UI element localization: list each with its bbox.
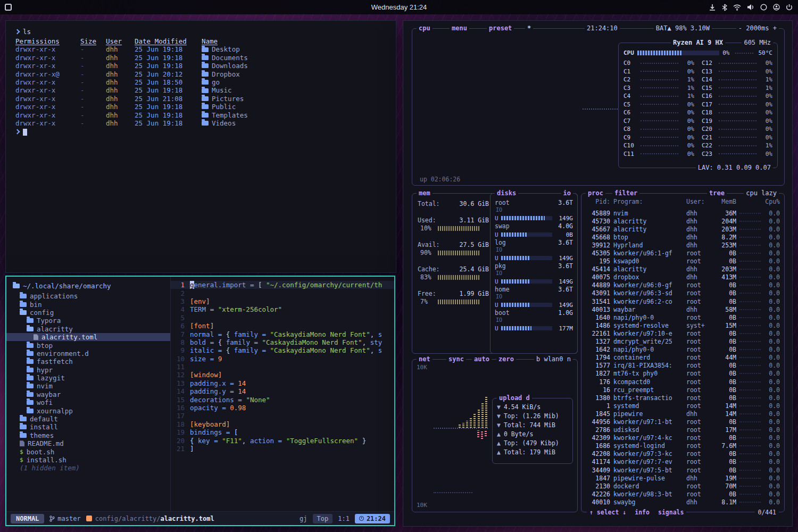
net-sync-toggle[interactable]: sync — [446, 355, 466, 363]
net-auto-toggle[interactable]: auto — [472, 355, 492, 363]
code-line[interactable]: 8bold = { family = "CaskaydiaMono Nerd F… — [171, 338, 394, 346]
code-line[interactable]: 7normal = { family = "CaskaydiaMono Nerd… — [171, 330, 394, 338]
code-line[interactable]: 4TERM = "xterm-256color" — [171, 305, 394, 313]
volume-icon[interactable] — [747, 4, 754, 11]
wifi-icon[interactable] — [733, 4, 741, 11]
tree-item-environment-d[interactable]: environment.d — [6, 350, 170, 358]
proc-box-title[interactable]: proc — [586, 189, 605, 197]
process-row[interactable]: 42309kworker/u97:4-kcroot0B0.0 — [586, 434, 780, 442]
process-row[interactable]: 45305kworker/u96:1-gfroot0B0.0 — [586, 249, 780, 257]
process-row[interactable]: 195kswapd0root0B0.0 — [586, 257, 780, 265]
process-row[interactable]: 1845pipewiredhh14M0.0 — [586, 410, 780, 418]
tree-item-wofi[interactable]: wofi — [6, 398, 170, 406]
code-line[interactable]: 9italic = { family = "CaskaydiaMono Nerd… — [171, 346, 394, 354]
tree-item-bin[interactable]: bin — [6, 300, 170, 308]
file-row[interactable]: drwxr-xr-x-dhh25 Jun 18:50go — [15, 78, 386, 86]
tree-item-config[interactable]: config — [6, 309, 170, 317]
process-row[interactable]: 176kcompactd0root0B0.0 — [586, 378, 780, 386]
omarchy-menu-icon[interactable] — [5, 4, 12, 11]
code-line[interactable]: 15decorations = "None" — [171, 395, 394, 403]
process-row[interactable]: 1380btrfs-transactioroot0B0.0 — [586, 394, 780, 402]
system-monitor-window[interactable]: cpu menu preset * 21:24:10 BAT▲ 98% 3.10… — [403, 20, 793, 527]
process-row[interactable]: 1794containerdroot44M0.0 — [586, 354, 780, 362]
file-row[interactable]: drwxr-xr-x-dhh25 Jun 19:18Desktop — [15, 45, 386, 53]
proc-select-control[interactable]: ↑ select ↓ — [589, 509, 626, 516]
tree-item-themes[interactable]: themes — [6, 431, 170, 439]
file-row[interactable]: drwxr-xr-x-dhh25 Jun 19:18Documents — [15, 54, 386, 62]
menu-button[interactable]: menu — [450, 24, 469, 32]
git-branch[interactable]: master — [49, 515, 80, 522]
tree-item-xournalpp[interactable]: xournalpp — [6, 406, 170, 414]
file-row[interactable]: drwxr-xr-x@-dhh25 Jun 20:12Dropbox — [15, 70, 386, 78]
process-row[interactable]: 40075dropboxdhh413M0.0 — [586, 273, 780, 281]
tree-item-readme-md[interactable]: README.md — [6, 439, 170, 447]
code-line[interactable]: 5 — [171, 314, 394, 322]
file-row[interactable]: drwxr-xr-x-dhh25 Jun 19:18Templates — [15, 111, 386, 119]
process-row[interactable]: 2786udisksdroot17M0.0 — [586, 426, 780, 434]
file-row[interactable]: drwxr-xr-x-dhh25 Jun 19:18Public — [15, 103, 386, 111]
code-line[interactable]: 19bindings = [ — [171, 428, 394, 436]
process-row[interactable]: 43091kworker/u96:3-sdroot0B0.0 — [586, 289, 780, 297]
terminal-window-ls[interactable]: ls Permissions Size User Date Modified N… — [5, 20, 396, 273]
code-line[interactable]: 13padding.x = 14 — [171, 379, 394, 387]
battery-icon[interactable] — [760, 4, 767, 11]
code-line[interactable]: 18[keyboard] — [171, 420, 394, 428]
process-row[interactable]: 42208kworker/u97:3-kcroot0B0.0 — [586, 450, 780, 458]
process-row[interactable]: 44889kworker/u96:0-gfroot0B0.0 — [586, 281, 780, 289]
user-icon[interactable] — [773, 4, 780, 11]
tree-item-alacritty[interactable]: alacritty — [6, 325, 170, 333]
process-row[interactable]: 1327dmcrypt_write/25root0B0.0 — [586, 338, 780, 346]
code-editor[interactable]: 1general.import = [ "~/.config/omarchy/c… — [170, 277, 394, 511]
process-row[interactable]: 1827mt76-tx phy0root0B0.0 — [586, 370, 780, 378]
update-interval-control[interactable]: - 2000ms + — [736, 24, 779, 32]
code-line[interactable]: 16opacity = 0.98 — [171, 404, 394, 412]
tree-item-nvim[interactable]: nvim — [6, 382, 170, 390]
code-line[interactable]: 11 — [171, 363, 394, 371]
process-row[interactable]: 41174kworker/u97:7-evroot0B0.0 — [586, 458, 780, 466]
process-row[interactable]: 1486systemd-resolvesyst+15M0.0 — [586, 321, 780, 329]
process-row[interactable]: 31541kworker/u96:2-coroot0B0.0 — [586, 297, 780, 305]
tree-item-typora[interactable]: Typora — [6, 317, 170, 325]
editor-window[interactable]: ~/.local/share/omarchy applicationsbinco… — [5, 276, 395, 526]
process-row[interactable]: 44956kworker/u97:1-btroot0B0.0 — [586, 418, 780, 426]
file-row[interactable]: drwxr-xr-x-dhh25 Jun 19:18Music — [15, 86, 386, 94]
col-pid[interactable]: Pid: — [586, 198, 610, 205]
updates-icon[interactable] — [709, 4, 716, 11]
net-zero-toggle[interactable]: zero — [496, 355, 516, 363]
process-row[interactable]: 45414alacrittydhh203M0.0 — [586, 265, 780, 273]
process-row[interactable]: 34409kworker/u97:5-btroot0B0.0 — [586, 466, 780, 474]
power-icon[interactable] — [786, 4, 793, 11]
file-row[interactable]: drwxr-xr-x-dhh25 Jun 19:18Videos — [15, 119, 386, 127]
process-row[interactable]: 45730alacrittydhh204M0.0 — [586, 217, 780, 225]
process-row[interactable]: 1686systemd-logindroot7.6M0.0 — [586, 442, 780, 450]
tree-item-alacritty-toml[interactable]: alacritty.toml — [6, 333, 170, 341]
process-row[interactable]: 40010swaybgdhh8.1M0.0 — [586, 498, 780, 506]
file-path[interactable]: config/alacritty/alacritty.toml — [86, 515, 214, 522]
process-row[interactable]: 1642napi/phy0-0root0B0.0 — [586, 346, 780, 354]
tree-item-applications[interactable]: applications — [6, 292, 170, 300]
disks-io-toggle[interactable]: io — [561, 189, 573, 197]
tree-item-default[interactable]: default — [6, 415, 170, 423]
code-line[interactable]: 6[font] — [171, 322, 394, 330]
code-line[interactable]: 2 — [171, 289, 394, 297]
col-memb[interactable]: MemB — [713, 198, 736, 205]
process-row[interactable]: 2130dockerdroot70M0.0 — [586, 482, 780, 490]
file-row[interactable]: drwxr-xr-x-dhh25 Jun 21:08Pictures — [15, 95, 386, 103]
tree-item-install-sh[interactable]: $install.sh — [6, 456, 170, 464]
tree-item-waybar[interactable]: waybar — [6, 390, 170, 398]
code-line[interactable]: 3[env] — [171, 297, 394, 305]
col-cpu[interactable]: Cpu% — [764, 198, 780, 205]
process-row[interactable]: 1847pipewire-pulsedhh19M0.0 — [586, 474, 780, 482]
tree-item-lazygit[interactable]: lazygit — [6, 374, 170, 382]
proc-signals-button[interactable]: signals — [658, 509, 684, 516]
tree-item--1-hidden-item-[interactable]: (1 hidden item) — [6, 464, 170, 472]
process-row[interactable]: 45668btopdhh8.2M0.0 — [586, 233, 780, 241]
net-box-title[interactable]: net — [417, 355, 433, 363]
tree-item-btop[interactable]: btop — [6, 341, 170, 349]
code-line[interactable]: 20{ key = "F11", action = "ToggleFullscr… — [171, 436, 394, 444]
process-row[interactable]: 45889nvimdhh36M0.0 — [586, 209, 780, 217]
net-interface[interactable]: b wlan0 n — [534, 355, 573, 363]
preset-button[interactable]: preset — [487, 24, 514, 32]
topbar-clock[interactable]: Wednesday 21:24 — [371, 3, 427, 11]
proc-sort-selector[interactable]: cpu lazy — [744, 189, 779, 197]
